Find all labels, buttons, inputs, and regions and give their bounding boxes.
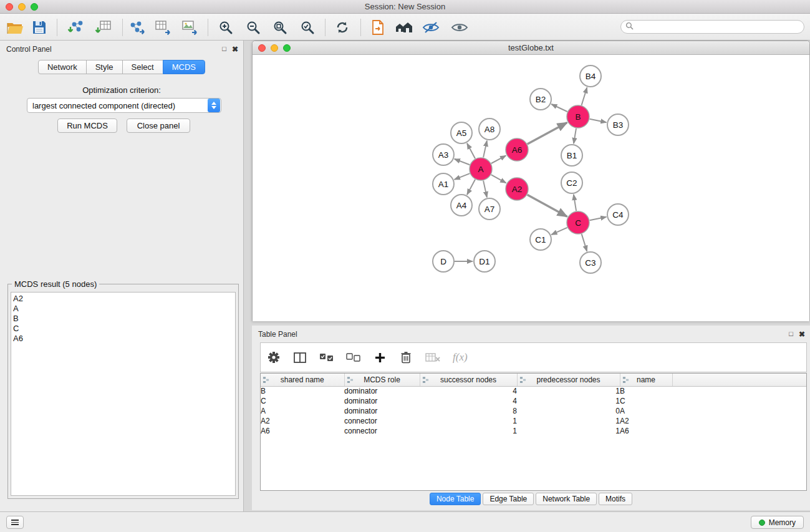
table-row[interactable]: Cdominator41C [261, 396, 807, 406]
network-canvas[interactable]: B4B2BB3A5A8A6B1A3AC2A1A2A4A7C4CC1C3DD1 [253, 55, 809, 321]
run-mcds-button[interactable]: Run MCDS [57, 118, 117, 133]
result-item[interactable]: A [13, 304, 235, 314]
table-cell[interactable]: 4 [420, 386, 517, 396]
column-header[interactable]: shared name [261, 374, 344, 386]
tab-select[interactable]: Select [122, 60, 163, 74]
table-cell[interactable]: A2 [261, 416, 344, 426]
node-table-body[interactable]: Bdominator41BCdominator41CAdominator80AA… [261, 386, 807, 436]
graph-edge-A-A8[interactable] [483, 141, 487, 158]
graph-edge-A-A5[interactable] [467, 143, 475, 158]
column-header[interactable]: MCDS role [344, 374, 420, 386]
table-cell[interactable]: 1 [517, 416, 620, 426]
export-image-icon[interactable] [178, 17, 201, 37]
table-cell[interactable]: dominator [344, 406, 420, 416]
float-panel-icon[interactable]: □ [222, 46, 226, 52]
tab-node-table[interactable]: Node Table [430, 493, 481, 505]
add-row-icon[interactable] [373, 349, 387, 365]
zoom-fit-icon[interactable] [268, 17, 292, 37]
graph-edge-A6-B[interactable] [528, 123, 567, 145]
table-cell[interactable]: B [261, 386, 344, 396]
zoom-selected-icon[interactable] [296, 17, 319, 37]
save-session-icon[interactable] [27, 17, 51, 37]
delete-row-icon[interactable] [399, 349, 413, 365]
graph-edge-C-C4[interactable] [590, 217, 607, 220]
table-cell[interactable]: dominator [344, 396, 420, 406]
tab-motifs[interactable]: Motifs [599, 493, 632, 505]
graph-edge-A-A6[interactable] [491, 155, 506, 163]
table-cell[interactable]: 1 [420, 426, 517, 436]
show-columns-icon[interactable] [293, 349, 307, 365]
table-cell[interactable]: A2 [620, 416, 672, 426]
table-row[interactable]: A6connector11A6 [261, 426, 807, 436]
node-table-header[interactable]: shared nameMCDS rolesuccessor nodesprede… [261, 374, 807, 386]
table-cell[interactable]: C [261, 396, 344, 406]
table-cell[interactable]: dominator [344, 386, 420, 396]
zoom-in-icon[interactable] [214, 17, 238, 37]
export-network-icon[interactable] [125, 17, 148, 37]
column-header[interactable]: successor nodes [420, 374, 517, 386]
optimization-criterion-dropdown[interactable]: largest connected component (directed) [27, 98, 221, 113]
close-panel-icon[interactable]: ✖ [232, 46, 238, 53]
graph-edge-C-C3[interactable] [582, 234, 587, 251]
show-all-icon[interactable] [448, 17, 471, 37]
result-item[interactable]: A2 [13, 294, 235, 304]
network-overview-icon[interactable] [392, 17, 416, 37]
table-cell[interactable]: B [620, 386, 672, 396]
refresh-view-icon[interactable] [330, 17, 354, 37]
search-input[interactable] [634, 21, 804, 32]
tab-style[interactable]: Style [86, 60, 123, 74]
float-table-panel-icon[interactable]: □ [789, 331, 793, 337]
zoom-out-icon[interactable] [241, 17, 265, 37]
task-history-button[interactable] [6, 516, 24, 529]
tab-network[interactable]: Network [38, 60, 87, 74]
tab-network-table[interactable]: Network Table [536, 493, 597, 505]
close-panel-button[interactable]: Close panel [127, 118, 190, 133]
toolbar-search[interactable] [620, 20, 804, 34]
table-cell[interactable]: 1 [420, 416, 517, 426]
graph-edge-B-B2[interactable] [551, 104, 567, 112]
graph-edge-A-A7[interactable] [483, 181, 487, 198]
select-all-icon[interactable] [319, 349, 334, 365]
table-row[interactable]: Adominator80A [261, 406, 807, 416]
graph-edge-B-B4[interactable] [582, 87, 587, 105]
close-table-panel-icon[interactable]: ✖ [799, 331, 805, 338]
graph-edge-C-C1[interactable] [551, 228, 567, 235]
table-cell[interactable]: connector [344, 416, 420, 426]
table-cell[interactable]: 0 [517, 406, 620, 416]
table-row[interactable]: Bdominator41B [261, 386, 807, 396]
graph-edge-A2-C[interactable] [528, 195, 567, 216]
table-cell[interactable]: 4 [420, 396, 517, 406]
table-row[interactable]: A2connector11A2 [261, 416, 807, 426]
table-cell[interactable]: A6 [620, 426, 672, 436]
deselect-all-icon[interactable] [346, 349, 360, 365]
table-cell[interactable]: A [620, 406, 672, 416]
table-cell[interactable]: C [620, 396, 672, 406]
table-cell[interactable]: connector [344, 426, 420, 436]
table-settings-icon[interactable] [267, 349, 281, 365]
open-session-icon[interactable] [3, 17, 27, 37]
mcds-result-list[interactable]: A2ABCA6 [11, 292, 236, 496]
hide-selected-icon[interactable] [419, 17, 443, 37]
column-header[interactable]: name [620, 374, 672, 386]
table-cell[interactable]: 8 [420, 406, 517, 416]
memory-button[interactable]: Memory [751, 516, 804, 529]
result-item[interactable]: A6 [13, 334, 235, 344]
table-cell[interactable]: A [261, 406, 344, 416]
network-canvas-svg[interactable]: B4B2BB3A5A8A6B1A3AC2A1A2A4A7C4CC1C3DD1 [253, 55, 809, 321]
table-cell[interactable]: A6 [261, 426, 344, 436]
graph-edge-C-C2[interactable] [574, 195, 576, 211]
graph-edge-B-B1[interactable] [574, 128, 576, 143]
column-header[interactable]: predecessor nodes [517, 374, 620, 386]
graph-edge-A-A2[interactable] [491, 175, 506, 183]
table-cell[interactable]: 1 [517, 386, 620, 396]
import-network-from-file-icon[interactable] [64, 17, 87, 37]
graph-edge-B-B3[interactable] [590, 119, 607, 122]
graph-edge-A-A4[interactable] [467, 180, 475, 195]
tab-edge-table[interactable]: Edge Table [483, 493, 534, 505]
table-cell[interactable]: 1 [517, 396, 620, 406]
result-item[interactable]: B [13, 314, 235, 324]
open-manual-icon[interactable] [366, 17, 390, 37]
table-cell[interactable]: 1 [517, 426, 620, 436]
graph-edge-A-A3[interactable] [455, 159, 470, 165]
graph-edge-A-A1[interactable] [455, 173, 470, 180]
